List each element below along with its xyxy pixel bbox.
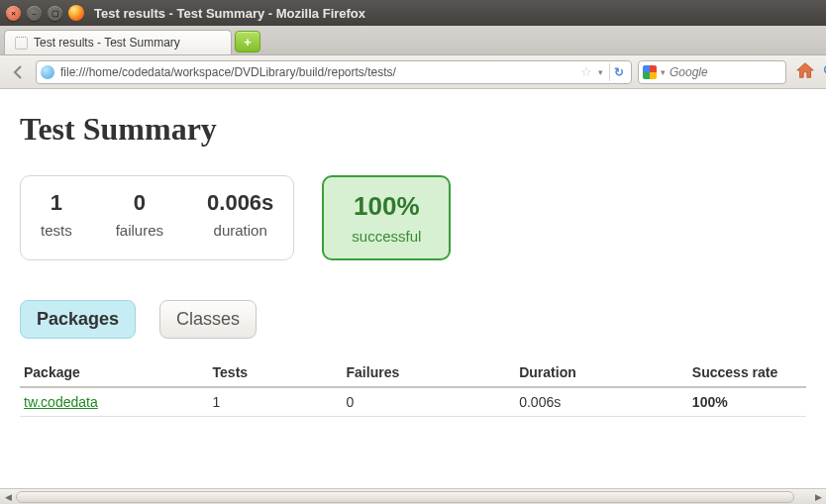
stat-duration-value: 0.006s	[207, 190, 273, 216]
tab-packages[interactable]: Packages	[20, 300, 136, 339]
stat-duration: 0.006s duration	[207, 190, 273, 246]
bookmark-star-icon[interactable]: ☆	[580, 64, 592, 79]
stat-failures-label: failures	[116, 222, 163, 239]
package-link[interactable]: tw.codedata	[24, 394, 98, 410]
packages-table: Package Tests Failures Duration Success …	[20, 358, 806, 417]
stats-box: 1 tests 0 failures 0.006s duration	[20, 175, 294, 260]
cell-failures: 0	[343, 387, 516, 417]
page-content-area: Test Summary 1 tests 0 failures 0.006s d…	[0, 89, 826, 488]
scroll-track[interactable]	[16, 491, 810, 503]
stat-tests-label: tests	[41, 222, 72, 239]
window-maximize-button[interactable]: ▢	[48, 6, 62, 21]
scroll-right-arrow-icon[interactable]: ▶	[810, 490, 826, 504]
page-icon	[15, 37, 28, 50]
tab-classes[interactable]: Classes	[159, 300, 257, 339]
horizontal-scrollbar[interactable]: ◀ ▶	[0, 488, 826, 504]
col-package: Package	[20, 358, 209, 387]
page-title: Test Summary	[20, 111, 806, 148]
stat-tests: 1 tests	[41, 190, 72, 246]
google-icon	[643, 65, 657, 79]
cell-tests: 1	[209, 387, 343, 417]
window-buttons: × – ▢	[6, 6, 62, 21]
home-icon	[794, 59, 816, 84]
col-rate: Success rate	[688, 358, 806, 387]
stat-tests-value: 1	[41, 190, 72, 216]
col-failures: Failures	[343, 358, 516, 387]
reload-button[interactable]: ↻	[609, 63, 627, 81]
url-dropdown-icon[interactable]: ▾	[598, 67, 603, 77]
summary-row: 1 tests 0 failures 0.006s duration 100% …	[20, 175, 806, 260]
browser-tabstrip: Test results - Test Summary +	[0, 26, 826, 55]
success-box: 100% successful	[322, 175, 451, 260]
new-tab-button[interactable]: +	[235, 31, 260, 52]
cell-rate: 100%	[688, 387, 806, 417]
scroll-left-arrow-icon[interactable]: ◀	[0, 490, 16, 504]
success-label: successful	[352, 228, 421, 245]
table-row: tw.codedata 1 0 0.006s 100%	[20, 387, 806, 417]
window-close-button[interactable]: ×	[6, 6, 21, 21]
stat-duration-label: duration	[207, 222, 273, 239]
browser-tab-active[interactable]: Test results - Test Summary	[4, 30, 232, 54]
scroll-thumb[interactable]	[16, 491, 794, 503]
window-titlebar: × – ▢ Test results - Test Summary - Mozi…	[0, 0, 826, 26]
stat-failures-value: 0	[116, 190, 163, 216]
globe-icon	[41, 65, 54, 79]
tab-title: Test results - Test Summary	[34, 36, 180, 50]
search-engine-dropdown-icon[interactable]: ▾	[661, 67, 666, 77]
success-percent: 100%	[352, 191, 421, 222]
search-bar[interactable]: ▾	[638, 60, 786, 84]
window-title: Test results - Test Summary - Mozilla Fi…	[94, 6, 365, 21]
stat-failures: 0 failures	[116, 190, 163, 246]
col-tests: Tests	[209, 358, 343, 387]
home-button[interactable]	[792, 59, 818, 85]
section-tabs: Packages Classes	[20, 300, 257, 339]
cell-duration: 0.006s	[515, 387, 688, 417]
firefox-icon	[68, 5, 84, 21]
browser-navbar: file:///home/codedata/workspace/DVDLibra…	[0, 55, 826, 89]
window-minimize-button[interactable]: –	[27, 6, 42, 21]
url-bar[interactable]: file:///home/codedata/workspace/DVDLibra…	[36, 60, 632, 84]
table-header-row: Package Tests Failures Duration Success …	[20, 358, 806, 387]
col-duration: Duration	[515, 358, 688, 387]
back-button[interactable]	[8, 61, 30, 83]
url-text: file:///home/codedata/workspace/DVDLibra…	[60, 65, 574, 79]
